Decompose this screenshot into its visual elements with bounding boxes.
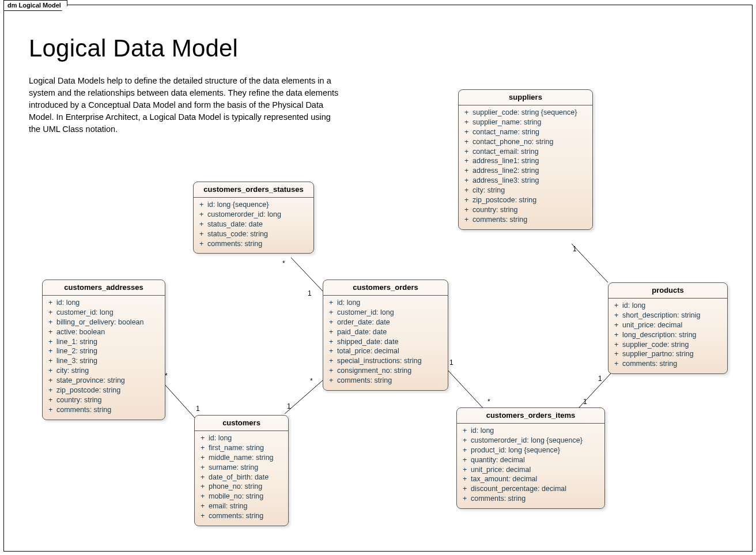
attribute-row: +comments: string — [464, 215, 588, 225]
visibility-plus-icon: + — [464, 108, 472, 118]
attribute-row: +zip_postcode: string — [464, 195, 588, 205]
attribute-text: active: boolean — [56, 327, 160, 337]
attribute-row: +city: string — [48, 366, 160, 376]
attribute-text: contact_email: string — [472, 147, 588, 157]
attribute-row: +supplier_partno: string — [614, 349, 723, 359]
mult-orders-star: * — [310, 377, 313, 385]
entity-customers-orders-statuses[interactable]: customers_orders_statuses +id: long {seq… — [193, 182, 314, 254]
visibility-plus-icon: + — [48, 337, 56, 347]
mult-orders-to-items-1: 1 — [449, 358, 453, 367]
visibility-plus-icon: + — [201, 443, 209, 453]
attribute-row: +country: string — [48, 395, 160, 405]
mult-statuses-star: * — [282, 259, 285, 267]
mult-customers-to-orders-1: 1 — [287, 402, 291, 410]
attribute-row: +paid_date: date — [329, 327, 443, 337]
entity-customers-addresses[interactable]: customers_addresses +id: long+customer_i… — [42, 280, 165, 420]
attribute-row: +comments: string — [48, 405, 160, 415]
attribute-text: comments: string — [209, 511, 284, 521]
attribute-text: shipped_date: date — [337, 337, 443, 347]
attribute-row: +discount_percentage: decimal — [463, 484, 600, 494]
entity-body: +id: long {sequence}+customerorder_id: l… — [194, 198, 313, 253]
attribute-text: customerorder_id: long — [207, 210, 309, 220]
visibility-plus-icon: + — [464, 195, 472, 205]
visibility-plus-icon: + — [201, 433, 209, 443]
page-description: Logical Data Models help to define the d… — [29, 75, 340, 135]
attribute-row: +tax_amount: decimal — [463, 474, 600, 484]
attribute-row: +supplier_code: string {sequence} — [464, 108, 588, 118]
attribute-text: short_description: strinig — [622, 311, 723, 320]
visibility-plus-icon: + — [199, 200, 207, 210]
attribute-text: address_line3: string — [472, 176, 588, 186]
attribute-row: +state_province: string — [48, 376, 160, 386]
entity-products[interactable]: products +id: long+short_description: st… — [608, 282, 728, 374]
mult-items-star: * — [487, 398, 490, 406]
attribute-text: line_3: string — [56, 356, 160, 366]
attribute-row: +comments: string — [201, 511, 284, 521]
attribute-text: status_date: date — [207, 220, 309, 229]
attribute-text: zip_postcode: string — [472, 195, 588, 205]
attribute-row: +long_description: string — [614, 330, 723, 340]
attribute-row: +comments: string — [614, 359, 723, 369]
attribute-text: supplier_partno: string — [622, 349, 723, 359]
attribute-row: +shipped_date: date — [329, 337, 443, 347]
visibility-plus-icon: + — [463, 455, 471, 465]
visibility-plus-icon: + — [464, 176, 472, 186]
attribute-row: +id: long — [463, 426, 600, 436]
attribute-row: +supplier_code: string — [614, 340, 723, 350]
entity-customers[interactable]: customers +id: long+first_name: string+m… — [194, 415, 289, 526]
entity-title: customers_orders_statuses — [194, 182, 313, 198]
visibility-plus-icon: + — [199, 220, 207, 229]
visibility-plus-icon: + — [464, 156, 472, 166]
attribute-text: tax_amount: decimal — [471, 474, 600, 484]
attribute-text: country: string — [56, 395, 160, 405]
attribute-row: +total_price: decimal — [329, 346, 443, 356]
visibility-plus-icon: + — [48, 366, 56, 376]
attribute-text: city: string — [472, 186, 588, 195]
attribute-row: +comments: string — [329, 376, 443, 386]
attribute-text: country: string — [472, 205, 588, 215]
attribute-text: long_description: string — [622, 330, 723, 340]
visibility-plus-icon: + — [48, 356, 56, 366]
attribute-row: +short_description: strinig — [614, 311, 723, 320]
attribute-text: comments: string — [622, 359, 723, 369]
entity-title: customers — [195, 416, 288, 431]
visibility-plus-icon: + — [48, 395, 56, 405]
attribute-text: supplier_code: string — [622, 340, 723, 350]
attribute-text: consignment_no: string — [337, 366, 443, 376]
attribute-text: state_province: string — [56, 376, 160, 386]
entity-suppliers[interactable]: suppliers +supplier_code: string {sequen… — [458, 89, 593, 230]
entity-title: customers_orders_items — [457, 408, 604, 424]
attribute-row: +id: long — [201, 433, 284, 443]
attribute-text: zip_postcode: string — [56, 386, 160, 395]
mult-products-to-items-1: 1 — [598, 375, 602, 383]
entity-title: suppliers — [459, 90, 592, 105]
attribute-text: customer_id: long — [337, 308, 443, 318]
entity-customers-orders[interactable]: customers_orders +id: long+customer_id: … — [323, 280, 448, 391]
visibility-plus-icon: + — [463, 436, 471, 445]
visibility-plus-icon: + — [464, 147, 472, 157]
visibility-plus-icon: + — [199, 239, 207, 249]
attribute-row: +quantity: decimal — [463, 455, 600, 465]
attribute-row: +mobile_no: string — [201, 492, 284, 501]
visibility-plus-icon: + — [48, 318, 56, 327]
entity-customers-orders-items[interactable]: customers_orders_items +id: long+custome… — [456, 407, 605, 509]
attribute-text: unit_price: decimal — [471, 465, 600, 475]
attribute-row: +contact_phone_no: string — [464, 137, 588, 147]
attribute-text: id: long — [209, 433, 284, 443]
attribute-row: +unit_price: decimal — [463, 465, 600, 475]
attribute-row: +customerorder_id: long {sequence} — [463, 436, 600, 445]
attribute-text: total_price: decimal — [337, 346, 443, 356]
attribute-text: comments: string — [207, 239, 309, 249]
attribute-row: +unit_price: decimal — [614, 320, 723, 330]
visibility-plus-icon: + — [464, 205, 472, 215]
page-title: Logical Data Model — [29, 35, 238, 62]
entity-body: +id: long+customerorder_id: long {sequen… — [457, 424, 604, 508]
attribute-row: +special_instructions: string — [329, 356, 443, 366]
attribute-row: +phone_no: string — [201, 482, 284, 492]
visibility-plus-icon: + — [464, 215, 472, 225]
attribute-row: +id: long — [614, 301, 723, 311]
visibility-plus-icon: + — [48, 327, 56, 337]
attribute-text: order_date: date — [337, 318, 443, 327]
attribute-text: city: string — [56, 366, 160, 376]
visibility-plus-icon: + — [329, 298, 337, 308]
